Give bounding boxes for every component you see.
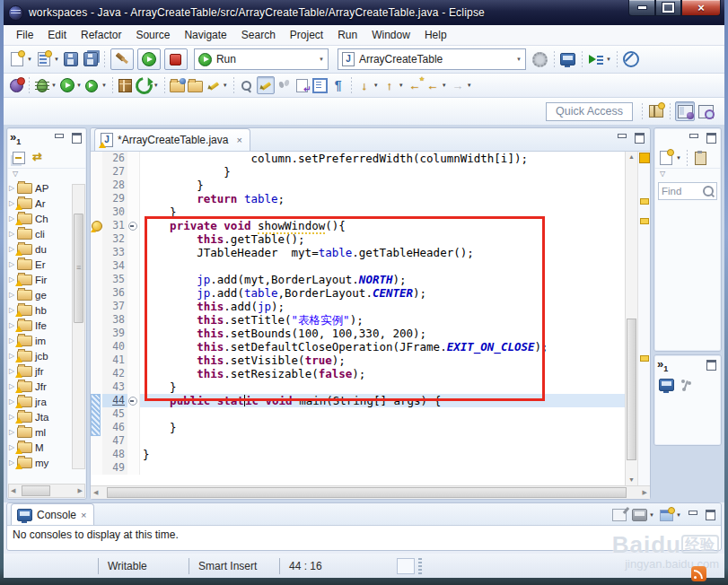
save-icon[interactable] [62,50,80,68]
code-line-44[interactable]: 44 public static void main(String[] args… [91,394,625,407]
code-line-38[interactable]: 38 this.setTitle("表格实例"); [91,313,625,327]
next-annotation-icon[interactable]: ↓ [356,77,373,93]
launch-config-combo[interactable]: J ArrayCreateTable ▼ [338,48,526,70]
new-wizard-icon-dropdown[interactable]: ▼ [27,57,32,62]
menu-file[interactable]: File [9,27,40,43]
expand-icon[interactable]: ▷ [9,260,17,268]
update-icon-dropdown[interactable]: ▼ [153,83,159,88]
previous-annotation-icon[interactable]: ↑ [382,77,398,93]
code-line-40[interactable]: 40 this.setDefaultCloseOperation(JFrame.… [91,340,625,354]
expand-icon[interactable]: ▷ [9,291,17,299]
open-console-icon[interactable] [657,506,675,524]
last-edit-location-icon[interactable]: ← [407,77,423,93]
code-line-35[interactable]: 35 jp.add(myt,BorderLayout.NORTH); [91,273,625,286]
menu-source[interactable]: Source [128,27,177,43]
code-line-39[interactable]: 39 this.setBounds(100, 100,330, 200); [91,327,625,340]
forward-icon-dropdown[interactable]: ▼ [467,83,472,88]
code-line-30[interactable]: 30 } [91,205,625,219]
display-selected-console-icon-dropdown[interactable]: ▼ [649,512,654,518]
maximize-console-icon[interactable] [703,509,717,521]
skip-breakpoints-icon[interactable] [622,50,640,68]
menu-navigate[interactable]: Navigate [177,27,233,43]
open-type-icon[interactable] [170,77,186,93]
fast-view-indicator[interactable]: »1 [10,130,21,146]
run-configurations-icon-dropdown[interactable]: ▼ [606,57,611,62]
minimize-button[interactable] [628,0,655,16]
minimize-editor-icon[interactable] [615,132,629,144]
editor-tab[interactable]: J *ArrayCreateTable.java × [94,128,250,151]
code-line-47[interactable]: 47 [91,434,625,448]
new-java-project-icon[interactable] [118,77,134,93]
code-line-26[interactable]: 26 column.setPreferredWidth(columnWidth[… [91,152,625,165]
run-configurations-icon[interactable] [587,50,605,68]
code-editor[interactable]: 26 column.setPreferredWidth(columnWidth[… [91,152,625,485]
display-selected-console-icon[interactable] [630,506,648,524]
coverage-icon-dropdown[interactable]: ▼ [101,83,107,88]
fold-collapse-icon[interactable] [128,397,137,406]
close-button[interactable]: × [681,0,721,16]
terminate-icon[interactable] [164,48,188,70]
code-line-36[interactable]: 36 jp.add(table,BorderLayout.CENTER); [91,286,625,300]
quick-access-input[interactable]: Quick Access [546,102,633,121]
code-line-32[interactable]: 32 this.getTable(); [91,232,625,246]
new-javaee-icon-dropdown[interactable]: ▼ [54,57,59,62]
jump-to-edit-icon[interactable] [294,77,311,93]
maximize-view-icon[interactable] [704,359,718,371]
minimize-view-icon[interactable] [52,132,66,144]
call-hierarchy-icon[interactable] [677,376,695,394]
new-task-icon-dropdown[interactable]: ▼ [676,155,681,161]
menu-search[interactable]: Search [234,27,283,43]
back-icon[interactable]: ← [425,77,441,93]
collapse-all-icon[interactable] [10,149,28,167]
open-file-icon[interactable] [188,77,204,93]
warning-marker[interactable] [640,198,649,205]
find-input[interactable]: Find [658,182,717,200]
show-whitespace-icon[interactable]: ¶ [330,77,346,93]
forward-icon[interactable]: → [450,77,466,93]
maximize-button[interactable] [655,0,681,16]
pin-console-icon[interactable] [610,506,628,524]
profile-icon[interactable] [8,77,24,93]
explorer-horizontal-scrollbar[interactable]: ◀▶ [8,484,85,498]
code-line-45[interactable]: 45 [91,407,625,421]
tab-close-icon[interactable]: × [236,135,241,145]
menu-help[interactable]: Help [417,27,454,43]
new-wizard-icon[interactable] [8,50,26,68]
code-line-37[interactable]: 37 this.add(jp); [91,300,625,313]
launch-settings-button[interactable] [531,50,549,68]
minimize-console-icon[interactable] [686,509,700,521]
new-javaee-icon[interactable] [35,50,53,68]
code-line-33[interactable]: 33 JTableHeader myt=table.getTableHeader… [91,246,625,259]
editor-vertical-scrollbar[interactable]: ▲ ▼ [625,152,637,485]
previous-annotation-icon-dropdown[interactable]: ▼ [399,83,404,88]
menu-edit[interactable]: Edit [40,27,74,43]
mark-pen-icon-dropdown[interactable]: ▼ [223,83,228,88]
search-occurrences-icon[interactable] [239,77,255,93]
java-browsing-perspective-icon[interactable] [697,102,715,120]
update-icon[interactable] [136,77,153,93]
run-combo[interactable]: Run ▼ [194,48,329,70]
open-console-icon-dropdown[interactable]: ▼ [676,512,681,518]
expand-icon[interactable]: ▷ [9,428,17,436]
structure-select-icon[interactable] [312,77,329,93]
code-line-43[interactable]: 43 } [91,380,625,394]
expand-icon[interactable]: ▷ [9,230,17,238]
overview-ruler-header[interactable] [639,153,650,163]
fast-view-indicator[interactable]: »1 [657,357,668,373]
view-menu-icon[interactable]: ▽ [7,169,86,179]
editor-horizontal-scrollbar[interactable]: ◀▶ [91,485,650,499]
debug-icon-dropdown[interactable]: ▼ [51,83,57,88]
maximize-view-icon[interactable] [69,132,83,144]
save-all-icon[interactable] [82,50,100,68]
build-all-icon[interactable] [110,48,134,70]
console-tab[interactable]: Console × [11,503,94,525]
code-line-48[interactable]: 48} [91,448,625,461]
explorer-vertical-scrollbar[interactable] [72,184,85,469]
code-line-41[interactable]: 41 this.setVisible(true); [91,354,625,367]
next-annotation-icon-dropdown[interactable]: ▼ [373,83,379,88]
console-view-icon[interactable] [657,376,675,394]
run-last-icon[interactable] [137,48,161,70]
expand-icon[interactable]: ▷ [9,184,17,192]
back-icon-dropdown[interactable]: ▼ [442,83,447,88]
view-menu-icon[interactable]: ▽ [654,169,721,179]
